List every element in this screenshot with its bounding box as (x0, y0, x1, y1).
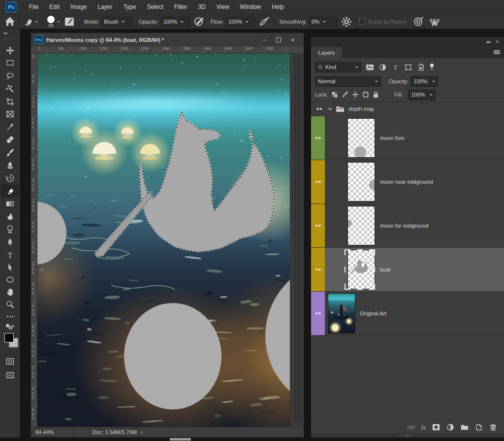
horizontal-scrollbar-thumb[interactable] (170, 438, 191, 441)
lock-transparency-icon[interactable] (331, 91, 338, 98)
collapse-panel-icon[interactable]: ◂◂ (486, 39, 490, 44)
swap-colors-button[interactable] (1, 322, 18, 331)
filter-adjustment-layers-icon[interactable] (378, 64, 387, 71)
filter-toggle-icon[interactable] (430, 63, 434, 71)
layer-color-label[interactable] (311, 160, 325, 204)
adjustment-layer-icon[interactable] (446, 423, 454, 431)
layer-color-label[interactable] (311, 248, 325, 291)
eraser-tool[interactable] (1, 185, 18, 197)
menu-file[interactable]: File (24, 0, 44, 14)
status-chevron-icon[interactable]: › (141, 429, 143, 436)
brush-tool[interactable] (1, 146, 18, 159)
history-brush-tool[interactable] (1, 172, 18, 184)
paint-symmetry-button[interactable] (429, 16, 440, 27)
layer-row-original-art[interactable]: Original Art (311, 292, 504, 336)
toggle-brush-settings-button[interactable] (64, 16, 75, 27)
eye-icon[interactable] (315, 223, 322, 228)
filter-kind-select[interactable]: Kind (315, 62, 361, 72)
erase-to-history-toggle[interactable]: Erase to History (359, 19, 407, 25)
ruler-origin-corner[interactable] (31, 46, 37, 54)
eye-icon[interactable] (315, 311, 322, 316)
link-layers-icon[interactable] (407, 423, 415, 431)
eye-icon[interactable] (315, 267, 322, 272)
add-layer-mask-icon[interactable] (432, 423, 440, 431)
brush-preset-picker[interactable]: 50 (47, 16, 55, 28)
move-tool[interactable] (1, 44, 18, 57)
layer-thumbnail[interactable] (347, 118, 375, 158)
fill-select[interactable]: 100% (408, 90, 436, 100)
menu-filter[interactable]: Filter (169, 0, 193, 14)
maximize-button[interactable] (276, 37, 281, 42)
filter-smart-objects-icon[interactable] (417, 64, 425, 71)
dropdown-arrow-icon[interactable] (57, 21, 60, 24)
ellipse-tool[interactable] (1, 273, 18, 286)
layer-row-moon-far-midground[interactable]: moon far midground (311, 204, 504, 248)
type-tool[interactable]: T (1, 249, 18, 261)
menu-view[interactable]: View (211, 0, 235, 14)
panel-menu-icon[interactable] (494, 50, 500, 55)
foreground-background-colors[interactable] (1, 333, 18, 350)
quick-mask-mode-button[interactable] (1, 355, 18, 368)
layer-group-depth-map[interactable]: depth map (311, 102, 504, 116)
layer-color-label[interactable] (311, 116, 325, 160)
zoom-tool[interactable] (1, 298, 18, 310)
tool-preset-eraser[interactable] (23, 16, 33, 27)
opacity-select[interactable]: 100% (160, 17, 190, 27)
foreground-color-swatch[interactable] (4, 333, 14, 342)
new-group-icon[interactable] (461, 423, 469, 431)
filter-shape-layers-icon[interactable] (404, 64, 412, 71)
menu-help[interactable]: Help (266, 0, 289, 14)
lock-pixels-icon[interactable] (342, 91, 348, 98)
doc-size-field[interactable]: Doc: 1.54M/5.79M › (73, 427, 171, 437)
menu-3d[interactable]: 3D (192, 0, 211, 14)
smudge-tool[interactable] (1, 210, 18, 223)
layer-name[interactable]: moon near midground (380, 179, 433, 185)
lock-position-icon[interactable] (352, 91, 359, 98)
minimize-button[interactable]: – (263, 37, 266, 43)
photoshop-logo[interactable]: Ps (6, 2, 16, 12)
layer-color-label[interactable] (311, 204, 325, 247)
pen-tool[interactable] (1, 236, 18, 248)
scrollbar-zone[interactable] (290, 54, 304, 427)
delete-layer-icon[interactable] (489, 423, 497, 431)
edit-toolbar-button[interactable] (1, 310, 18, 323)
clone-stamp-tool[interactable] (1, 159, 18, 171)
layer-color-label[interactable] (311, 292, 325, 335)
canvas[interactable] (37, 54, 290, 428)
lock-all-icon[interactable] (373, 91, 379, 98)
layer-thumbnail[interactable] (347, 250, 375, 289)
layer-row-moon-fore[interactable]: moon fore (311, 116, 504, 160)
layer-name[interactable]: Original Art (360, 310, 386, 316)
smoothing-options-button[interactable] (341, 16, 352, 27)
flow-select[interactable]: 100% (225, 17, 255, 27)
layer-style-fx-icon[interactable]: fx (421, 424, 426, 431)
screen-mode-button[interactable] (1, 369, 18, 381)
blend-mode-select[interactable]: Normal (315, 76, 381, 87)
eye-icon[interactable] (315, 179, 322, 184)
document-title-bar[interactable]: Ps HarvestMoons copy @ 84.4% (boat, RGB/… (31, 33, 304, 47)
layer-name[interactable]: moon far midground (380, 223, 428, 229)
layer-row-moon-near-midground[interactable]: moon near midground (311, 160, 504, 204)
collapse-toolbar-icon[interactable]: ▸▸ (4, 31, 7, 35)
layer-thumbnail[interactable] (347, 206, 375, 245)
filter-pixel-layers-icon[interactable] (366, 64, 374, 71)
eye-icon[interactable] (315, 136, 322, 140)
vertical-scrollbar[interactable] (294, 56, 301, 421)
horizontal-ruler[interactable]: 050100150200250300350400450500550 (37, 46, 304, 54)
menu-window[interactable]: Window (235, 0, 267, 14)
menu-edit[interactable]: Edit (44, 0, 65, 14)
dropdown-arrow-icon[interactable] (35, 21, 38, 24)
crop-tool[interactable] (1, 96, 18, 108)
pressure-size-button[interactable] (413, 16, 424, 27)
layer-name[interactable]: boat (380, 267, 390, 272)
pressure-opacity-button[interactable] (194, 16, 205, 27)
lasso-tool[interactable] (1, 70, 18, 82)
layer-row-boat[interactable]: boat (311, 248, 504, 292)
lock-artboard-icon[interactable] (362, 91, 369, 98)
menu-select[interactable]: Select (141, 0, 168, 14)
chevron-down-icon[interactable] (328, 107, 333, 111)
frame-tool[interactable] (1, 108, 18, 120)
airbrush-button[interactable] (259, 16, 270, 27)
layer-thumbnail[interactable] (328, 293, 355, 334)
layer-name[interactable]: moon fore (380, 135, 405, 141)
